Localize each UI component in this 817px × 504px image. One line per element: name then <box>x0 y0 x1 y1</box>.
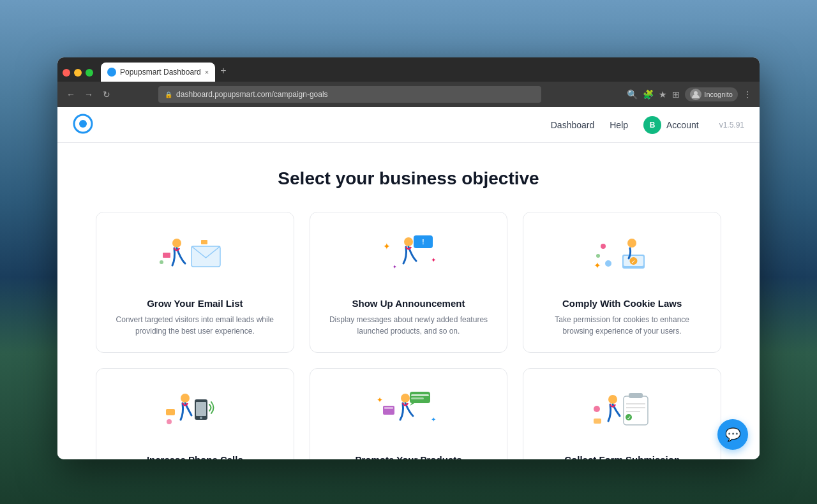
minimize-traffic-light[interactable] <box>74 69 82 77</box>
card-title-form: Collect Form Submission <box>564 454 680 459</box>
svg-rect-40 <box>629 393 643 398</box>
card-desc-grow-email: Convert targeted visitors into email lea… <box>112 314 278 337</box>
svg-point-19 <box>601 244 606 249</box>
svg-point-7 <box>160 260 163 264</box>
help-link[interactable]: Help <box>610 120 628 130</box>
cards-grid: Grow Your Email List Convert targeted vi… <box>96 212 721 459</box>
svg-rect-32 <box>411 394 429 396</box>
page-content: Dashboard Help B Account v1.5.91 Select … <box>57 107 760 459</box>
card-show-up-announcement[interactable]: ! ✦ ✦ ✦ Show Up Announcement Display mes… <box>310 212 508 353</box>
nav-links: Dashboard Help B Account v1.5.91 <box>551 116 744 134</box>
card-promote-products[interactable]: ✦ ✦ Promote Your Products Market your pr… <box>310 368 508 459</box>
card-illustration-grow-email <box>156 230 233 288</box>
card-comply-cookie-laws[interactable]: ✓ ✦ Comply With Cookie Laws Take permiss… <box>523 212 721 353</box>
account-label: Account <box>666 120 699 130</box>
url-bar[interactable]: 🔒 dashboard.popupsmart.com/campaign-goal… <box>158 86 541 103</box>
svg-point-28 <box>167 419 172 424</box>
svg-text:✓: ✓ <box>631 259 636 265</box>
traffic-lights <box>63 69 93 82</box>
svg-rect-27 <box>166 409 175 415</box>
reload-button[interactable]: ↻ <box>101 89 112 100</box>
svg-point-21 <box>605 260 611 267</box>
account-avatar: B <box>643 116 661 134</box>
address-actions: 🔍 🧩 ★ ⊞ Incognito ⋮ <box>627 87 752 101</box>
back-button[interactable]: ← <box>65 89 77 100</box>
card-illustration-products: ✦ ✦ <box>370 387 447 444</box>
account-menu[interactable]: B Account <box>643 116 699 134</box>
tab-label: Popupsmart Dashboard <box>120 68 201 77</box>
svg-point-38 <box>608 395 617 404</box>
chat-button[interactable]: 💬 <box>717 419 748 450</box>
extensions-icon[interactable]: 🧩 <box>643 89 654 100</box>
dashboard-link[interactable]: Dashboard <box>551 120 595 130</box>
svg-point-23 <box>181 394 190 403</box>
svg-marker-31 <box>410 403 414 406</box>
main-content: Select your business objective <box>57 143 760 459</box>
incognito-avatar <box>690 89 701 100</box>
tab-close-button[interactable]: × <box>205 68 209 76</box>
svg-rect-33 <box>411 397 424 399</box>
logo[interactable] <box>73 114 93 137</box>
new-tab-button[interactable]: + <box>215 65 231 82</box>
address-bar: ← → ↻ 🔒 dashboard.popupsmart.com/campaig… <box>57 82 760 107</box>
svg-point-26 <box>200 417 202 419</box>
svg-text:✦: ✦ <box>594 260 601 271</box>
card-increase-phone-calls[interactable]: Increase Phone Calls Enhance your call t… <box>96 368 294 459</box>
incognito-label: Incognito <box>704 91 733 98</box>
card-desc-announcement: Display messages about newly added featu… <box>326 314 492 337</box>
svg-text:✦: ✦ <box>377 396 383 404</box>
bookmark-icon[interactable]: ★ <box>659 89 667 100</box>
svg-point-46 <box>594 406 600 412</box>
svg-point-2 <box>79 120 87 128</box>
browser-window: Popupsmart Dashboard × + ← → ↻ 🔒 dashboa… <box>57 57 760 459</box>
url-text: dashboard.popupsmart.com/campaign-goals <box>176 90 327 99</box>
svg-point-14 <box>627 239 636 248</box>
card-illustration-form: ✓ <box>584 387 661 444</box>
card-title-announcement: Show Up Announcement <box>352 298 465 309</box>
card-title-phone: Increase Phone Calls <box>147 454 243 459</box>
card-illustration-phone <box>156 387 233 444</box>
tab-bar: Popupsmart Dashboard × + <box>57 57 760 82</box>
chat-icon: 💬 <box>725 427 741 442</box>
svg-rect-5 <box>163 253 170 258</box>
card-grow-email-list[interactable]: Grow Your Email List Convert targeted vi… <box>96 212 294 353</box>
page-title: Select your business objective <box>96 168 721 189</box>
tab-favicon <box>107 68 116 77</box>
svg-rect-47 <box>594 419 601 424</box>
more-menu-button[interactable]: ⋮ <box>743 89 752 100</box>
svg-text:!: ! <box>422 239 424 246</box>
card-title-products: Promote Your Products <box>356 454 462 459</box>
close-traffic-light[interactable] <box>63 69 70 77</box>
card-desc-cookie: Take permission for cookies to enhance b… <box>539 314 705 337</box>
active-tab[interactable]: Popupsmart Dashboard × <box>101 63 215 82</box>
lock-icon: 🔒 <box>165 91 172 98</box>
svg-point-4 <box>172 239 181 248</box>
svg-rect-6 <box>201 240 207 244</box>
svg-text:✓: ✓ <box>626 415 631 421</box>
card-collect-form-submission[interactable]: ✓ Collect Form Submission Gather persona… <box>523 368 721 459</box>
svg-text:✦: ✦ <box>393 264 397 270</box>
incognito-badge[interactable]: Incognito <box>685 87 738 101</box>
card-illustration-cookie: ✓ ✦ <box>584 230 661 288</box>
card-title-grow-email: Grow Your Email List <box>147 298 243 309</box>
tab-overview-icon[interactable]: ⊞ <box>672 89 680 100</box>
maximize-traffic-light[interactable] <box>86 69 93 77</box>
svg-point-8 <box>404 237 413 246</box>
svg-text:✦: ✦ <box>431 256 436 263</box>
search-icon[interactable]: 🔍 <box>627 89 638 100</box>
svg-text:✦: ✦ <box>431 416 436 423</box>
svg-point-29 <box>401 394 410 403</box>
card-illustration-announcement: ! ✦ ✦ ✦ <box>370 230 447 288</box>
svg-rect-35 <box>384 407 393 409</box>
svg-point-20 <box>596 254 600 258</box>
svg-text:✦: ✦ <box>383 241 391 251</box>
version-badge: v1.5.91 <box>719 121 744 130</box>
card-title-cookie: Comply With Cookie Laws <box>562 298 682 309</box>
top-navigation: Dashboard Help B Account v1.5.91 <box>57 107 760 143</box>
forward-button[interactable]: → <box>83 89 94 100</box>
svg-rect-25 <box>196 402 206 416</box>
